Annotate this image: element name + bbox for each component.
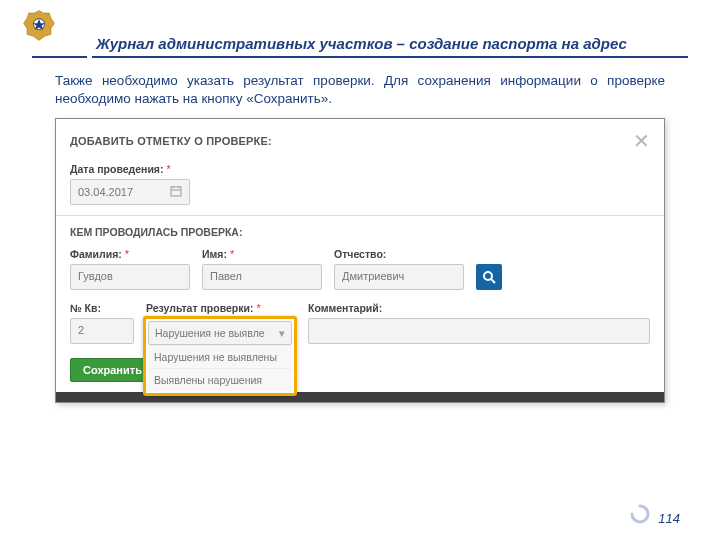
calendar-icon[interactable] [170,185,182,199]
chevron-down-icon: ▾ [279,327,285,339]
close-icon[interactable]: ✕ [633,129,650,153]
svg-line-6 [491,279,495,283]
required-marker: * [167,163,171,175]
who-heading: КЕМ ПРОВОДИЛАСЬ ПРОВЕРКА: [70,226,650,238]
firstname-input[interactable]: Павел [202,264,322,290]
comment-input[interactable] [308,318,650,344]
title-rule-right [92,56,688,58]
kv-input[interactable]: 2 [70,318,134,344]
result-label: Результат проверки: [146,302,253,314]
result-options-list: Нарушения не выявлены Выявлены нарушения [148,345,292,391]
date-label: Дата проведения: [70,163,163,175]
magnifier-icon [482,270,496,284]
modal-heading: ДОБАВИТЬ ОТМЕТКУ О ПРОВЕРКЕ: [70,135,272,147]
mvd-emblem-icon [22,8,56,46]
patronymic-input[interactable]: Дмитриевич [334,264,464,290]
date-input[interactable]: 03.04.2017 [70,179,190,205]
result-option[interactable]: Выявлены нарушения [148,368,292,391]
lastname-label: Фамилия: [70,248,122,260]
search-button[interactable] [476,264,502,290]
result-dropdown-highlight: Нарушения не выявле ▾ Нарушения не выявл… [143,316,297,396]
page-title: Журнал административных участков – созда… [92,34,648,54]
result-selected-value: Нарушения не выявле [155,327,265,339]
page-swirl-icon [628,502,652,530]
result-option[interactable]: Нарушения не выявлены [148,345,292,368]
description-text: Также необходимо указать результат прове… [55,72,665,108]
kv-label: № Кв: [70,302,101,314]
date-value: 03.04.2017 [78,186,133,198]
patronymic-label: Отчество: [334,248,386,260]
comment-label: Комментарий: [308,302,382,314]
lastname-input[interactable]: Гувдов [70,264,190,290]
svg-rect-1 [171,187,181,196]
app-modal-screenshot: ДОБАВИТЬ ОТМЕТКУ О ПРОВЕРКЕ: ✕ Дата пров… [55,118,665,403]
divider [56,215,664,216]
title-rule-left [32,56,87,58]
firstname-label: Имя: [202,248,227,260]
result-select[interactable]: Нарушения не выявле ▾ [148,321,292,345]
page-number: 114 [658,511,680,526]
svg-point-5 [484,272,492,280]
